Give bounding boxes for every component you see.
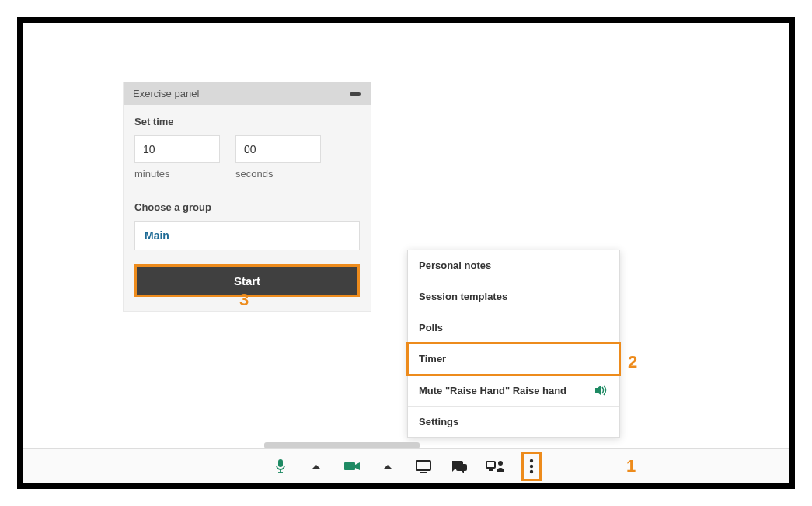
exercise-panel-body: Set time minutes seconds Choose a group …	[124, 105, 371, 311]
menu-mute-raise-hand[interactable]: Mute "Raise Hand" Raise hand	[408, 375, 619, 407]
svg-point-10	[529, 459, 532, 462]
svg-rect-5	[416, 461, 430, 470]
app-frame: Exercise panel Set time minutes seconds …	[17, 17, 795, 489]
more-menu: Personal notes Session templates Polls T…	[407, 250, 620, 438]
menu-item-label: Session templates	[419, 291, 507, 302]
volume-icon	[594, 384, 608, 396]
annotation-3: 3	[239, 290, 249, 310]
minimize-icon[interactable]	[349, 92, 361, 96]
menu-session-templates[interactable]: Session templates	[408, 281, 619, 312]
svg-rect-1	[278, 459, 283, 467]
menu-timer[interactable]: Timer	[408, 344, 619, 375]
menu-settings[interactable]: Settings	[408, 407, 619, 437]
screen-share-icon[interactable]	[414, 455, 433, 477]
svg-rect-0	[350, 92, 361, 96]
seconds-input[interactable]	[235, 135, 321, 163]
menu-item-label: Polls	[419, 322, 443, 333]
bottom-toolbar	[23, 448, 789, 483]
chevron-up-icon[interactable]	[378, 455, 397, 477]
group-select[interactable]: Main	[134, 221, 360, 250]
menu-item-label: Settings	[419, 416, 458, 427]
more-vertical-icon[interactable]	[525, 455, 538, 477]
time-row: minutes seconds	[134, 135, 360, 180]
minutes-sub-label: minutes	[134, 168, 220, 180]
menu-item-label: Mute "Raise Hand" Raise hand	[419, 385, 566, 396]
svg-point-12	[529, 469, 532, 473]
participants-icon[interactable]	[486, 455, 504, 477]
chevron-up-icon[interactable]	[307, 455, 326, 477]
menu-item-label: Personal notes	[419, 260, 491, 271]
annotation-2: 2	[628, 352, 637, 372]
exercise-panel: Exercise panel Set time minutes seconds …	[123, 82, 371, 312]
seconds-sub-label: seconds	[235, 168, 321, 180]
exercise-panel-title: Exercise panel	[133, 88, 199, 99]
menu-personal-notes[interactable]: Personal notes	[408, 250, 619, 281]
microphone-icon[interactable]	[271, 455, 290, 477]
annotation-1: 1	[626, 456, 636, 476]
more-highlight	[521, 452, 542, 481]
minutes-input[interactable]	[134, 135, 220, 163]
chat-icon[interactable]	[450, 455, 469, 477]
set-time-label: Set time	[134, 116, 360, 127]
menu-polls[interactable]: Polls	[408, 312, 619, 344]
choose-group-label: Choose a group	[134, 201, 360, 213]
horizontal-scrollbar-thumb[interactable]	[264, 442, 420, 448]
menu-item-label: Timer	[419, 353, 446, 365]
camera-icon[interactable]	[343, 455, 361, 477]
svg-rect-7	[486, 462, 495, 468]
exercise-panel-header: Exercise panel	[124, 82, 371, 105]
svg-point-11	[529, 464, 532, 467]
svg-rect-4	[344, 462, 355, 470]
svg-point-9	[498, 461, 503, 466]
